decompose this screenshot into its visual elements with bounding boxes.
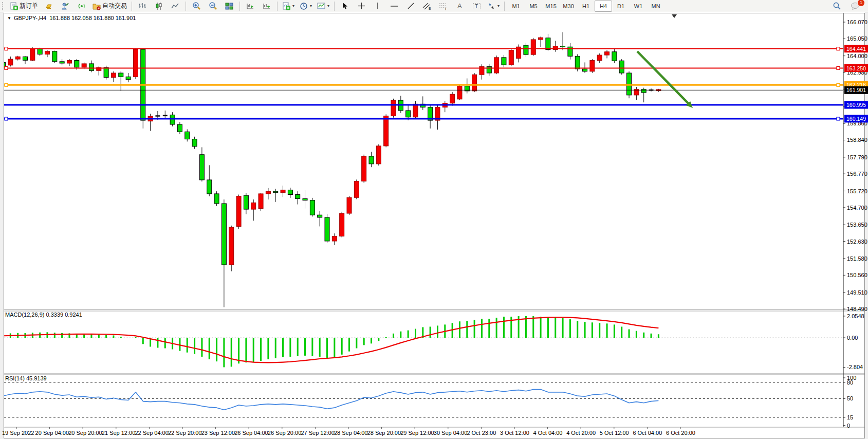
trendline-tool-button[interactable] xyxy=(403,1,418,12)
price-tick-label: 152.630 xyxy=(847,239,867,245)
timeframe-button-m5[interactable]: M5 xyxy=(525,1,542,12)
line-handle[interactable] xyxy=(837,67,840,70)
time-axis-label: 20 Sep 04:00 xyxy=(35,430,69,436)
price-tick-label: 165.050 xyxy=(847,35,867,42)
indicators-button[interactable]: ▾ xyxy=(280,1,297,12)
candle-down xyxy=(126,77,131,79)
candle-down xyxy=(119,73,123,77)
svg-text:F: F xyxy=(445,7,447,10)
candle-up xyxy=(111,73,116,78)
candle-up xyxy=(229,227,234,265)
crosshair-tool-button[interactable] xyxy=(354,1,369,12)
time-axis-label: 22 Sep 20:00 xyxy=(168,430,201,436)
new-order-button[interactable]: 新订单 xyxy=(8,1,40,12)
time-axis-label: 5 Oct 12:00 xyxy=(600,430,629,436)
candle-down xyxy=(214,194,219,204)
candle-down xyxy=(627,73,632,95)
candle-down xyxy=(244,195,248,209)
line-handle[interactable] xyxy=(837,117,840,120)
auto-scroll-icon xyxy=(246,2,254,10)
tile-windows-icon xyxy=(225,2,233,10)
vertical-line-tool-button[interactable] xyxy=(370,1,385,12)
line-chart-type-button[interactable] xyxy=(168,1,183,12)
channel-tool-button[interactable]: E xyxy=(419,1,435,12)
symbol-dropdown-icon[interactable]: ▼ xyxy=(7,16,11,21)
auto-scroll-button[interactable] xyxy=(243,1,258,12)
rsi-label: RSI(14) 45.9139 xyxy=(5,375,47,381)
price-tick-label: 149.510 xyxy=(847,289,867,296)
candle-down xyxy=(641,89,646,93)
fibonacci-tool-button[interactable]: F xyxy=(436,1,451,12)
timeframe-button-h4[interactable]: H4 xyxy=(595,1,612,12)
arrows-tool-button[interactable]: ▾ xyxy=(485,1,502,12)
horizontal-line-tool-button[interactable] xyxy=(386,1,402,12)
price-tick-label: 151.580 xyxy=(847,255,867,262)
label-tool-button[interactable]: T xyxy=(469,1,484,12)
candle-down xyxy=(38,48,42,54)
candle-up xyxy=(509,50,513,65)
chart-shift-button[interactable] xyxy=(259,1,274,12)
candle-up xyxy=(340,213,344,236)
market-depth-button[interactable] xyxy=(41,1,57,12)
candlestick-type-button[interactable] xyxy=(151,1,167,12)
time-axis-label: 6 Oct 04:00 xyxy=(633,430,662,436)
line-handle[interactable] xyxy=(837,47,840,50)
signals-button[interactable] xyxy=(74,1,89,12)
macd-label: MACD(12,26,9) 0.3339 0.9241 xyxy=(5,312,82,318)
candle-up xyxy=(45,51,49,54)
price-tick-label: 155.720 xyxy=(847,188,867,194)
timeframe-button-mn[interactable]: MN xyxy=(647,1,664,12)
time-axis-label: 21 Sep 12:00 xyxy=(102,430,135,436)
tile-windows-button[interactable] xyxy=(221,1,237,12)
notifications-button[interactable]: 1 xyxy=(847,1,863,12)
text-tool-button[interactable]: A xyxy=(452,1,468,12)
price-tick-label: 148.490 xyxy=(847,306,867,312)
timeframe-button-h1[interactable]: H1 xyxy=(577,1,595,12)
candle-up xyxy=(457,86,462,99)
timeframe-button-d1[interactable]: D1 xyxy=(612,1,630,12)
candle-up xyxy=(362,156,366,181)
line-handle[interactable] xyxy=(5,83,8,86)
line-handle[interactable] xyxy=(5,47,8,50)
candlestick-icon xyxy=(155,2,163,10)
candle-down xyxy=(104,68,108,78)
auto-trading-icon xyxy=(93,2,101,10)
timeframe-button-m30[interactable]: M30 xyxy=(560,1,577,12)
toolbar-grip[interactable] xyxy=(2,2,6,10)
zoom-out-button[interactable] xyxy=(205,1,220,12)
window-left-edge xyxy=(0,12,4,439)
candle-down xyxy=(60,62,64,63)
candle-down xyxy=(75,61,79,67)
templates-button[interactable]: ▾ xyxy=(315,1,331,12)
dropdown-caret-icon: ▾ xyxy=(497,4,500,8)
timeframe-button-m1[interactable]: M1 xyxy=(507,1,525,12)
price-chart-canvas[interactable]: 166.070165.050164.000162.980161.960160.9… xyxy=(0,12,868,439)
line-handle[interactable] xyxy=(5,67,8,70)
candle-up xyxy=(494,58,499,73)
time-axis-label: 4 Oct 20:00 xyxy=(566,430,596,436)
cursor-tool-button[interactable] xyxy=(337,1,353,12)
timeframe-button-m15[interactable]: M15 xyxy=(542,1,560,12)
macd-tick-label: -2.804 xyxy=(847,364,863,370)
candle-up xyxy=(332,236,337,241)
auto-trading-button[interactable]: 自动交易 xyxy=(90,1,129,12)
arrow-objects-icon xyxy=(487,2,495,10)
crosshair-icon xyxy=(358,2,365,10)
dropdown-caret-icon: ▾ xyxy=(327,4,329,8)
zoom-in-button[interactable] xyxy=(189,1,204,12)
periods-button[interactable]: ▾ xyxy=(298,1,314,12)
auto-trading-label: 自动交易 xyxy=(102,2,127,10)
candle-down xyxy=(177,124,182,132)
line-handle[interactable] xyxy=(5,117,8,120)
time-axis-label: 3 Oct 12:00 xyxy=(500,430,529,436)
timeframe-toolbar: M1M5M15M30H1H4D1W1MN xyxy=(507,1,664,12)
line-handle[interactable] xyxy=(837,83,840,86)
chart-window[interactable]: ▼GBPJPY-,H4 161.888 162.058 161.880 161.… xyxy=(0,12,868,439)
candle-down xyxy=(52,51,57,62)
bar-chart-type-button[interactable] xyxy=(135,1,150,12)
signals-user-button[interactable] xyxy=(58,1,73,12)
timeframe-button-w1[interactable]: W1 xyxy=(630,1,647,12)
search-button[interactable] xyxy=(829,1,844,12)
candle-up xyxy=(67,61,71,63)
candle-up xyxy=(15,57,20,59)
